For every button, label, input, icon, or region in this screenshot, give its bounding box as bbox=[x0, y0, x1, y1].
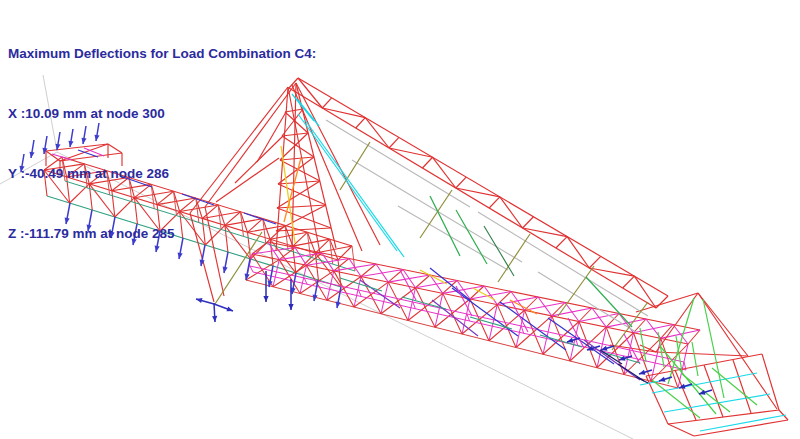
viewport: Maximum Deflections for Load Combination… bbox=[0, 0, 800, 439]
summary-title: Maximum Deflections for Load Combination… bbox=[8, 44, 316, 64]
summary-line-x: X :10.09 mm at node 300 bbox=[8, 104, 316, 124]
summary-line-z: Z :-111.79 mm at node 285 bbox=[8, 224, 316, 244]
deflection-summary: Maximum Deflections for Load Combination… bbox=[8, 4, 316, 284]
summary-line-y: Y :-40.49 mm at node 286 bbox=[8, 164, 316, 184]
